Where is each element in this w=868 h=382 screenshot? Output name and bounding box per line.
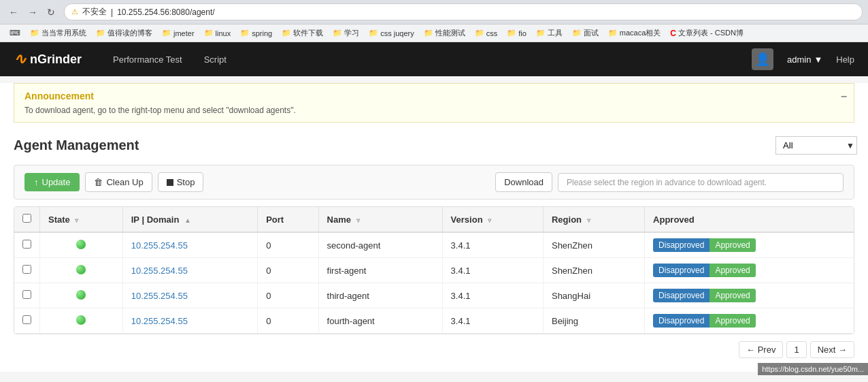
nav-script[interactable]: Script xyxy=(193,44,237,75)
navbar-links: Performance Test Script xyxy=(102,44,752,75)
approve-button-0[interactable]: Approved xyxy=(710,238,755,252)
announcement-close-button[interactable]: − xyxy=(841,91,847,103)
bookmark-3[interactable]: 📁 jmeter xyxy=(158,27,199,39)
bookmark-2[interactable]: 📁 值得读的博客 xyxy=(92,27,156,39)
bookmark-6[interactable]: 📁 软件下载 xyxy=(278,27,327,39)
bookmark-4[interactable]: 📁 linux xyxy=(200,27,235,39)
disapprove-button-0[interactable]: Disapproved xyxy=(653,238,710,252)
row-checkbox-cell xyxy=(14,308,40,334)
trash-icon: 🗑 xyxy=(94,177,103,187)
row-state xyxy=(40,232,123,258)
row-name: first-agent xyxy=(318,258,442,283)
approve-button-1[interactable]: Approved xyxy=(710,264,755,277)
status-active-icon xyxy=(76,265,86,274)
approve-button-3[interactable]: Approved xyxy=(710,314,755,328)
dropdown-chevron-icon: ▼ xyxy=(814,54,822,65)
stop-button[interactable]: Stop xyxy=(158,172,204,192)
prev-page-button[interactable]: ← Prev xyxy=(739,341,783,358)
address-bar[interactable]: ⚠ 不安全 | 10.255.254.56:8080/agent/ xyxy=(64,3,863,20)
announcement-title: Announcement xyxy=(24,91,844,101)
next-page-button[interactable]: Next → xyxy=(810,341,854,358)
row-port: 0 xyxy=(258,283,318,308)
folder-icon: 📁 xyxy=(204,29,214,37)
header-port: Port xyxy=(258,207,318,232)
row-region: ShenZhen xyxy=(543,258,644,283)
disapprove-button-3[interactable]: Disapproved xyxy=(653,314,710,328)
row-state xyxy=(40,258,123,283)
bookmark-5[interactable]: 📁 spring xyxy=(236,27,276,39)
folder-icon: 📁 xyxy=(282,29,291,37)
table-row: 10.255.254.55 0 first-agent 3.4.1 ShenZh… xyxy=(14,258,854,283)
cleanup-button[interactable]: 🗑 Clean Up xyxy=(85,172,152,192)
sort-name-icon[interactable]: ▿ xyxy=(356,217,360,224)
header-checkbox-cell xyxy=(14,207,40,232)
folder-icon: 📁 xyxy=(162,29,171,37)
row-ip: 10.255.254.55 xyxy=(122,258,257,283)
row-name: third-agent xyxy=(318,283,442,308)
admin-dropdown[interactable]: admin ▼ xyxy=(787,54,822,65)
pagination: ← Prev 1 Next → xyxy=(14,341,854,358)
bookmark-8[interactable]: 📁 css juqery xyxy=(365,27,418,39)
approve-button-2[interactable]: Approved xyxy=(710,289,755,302)
folder-icon: 📁 xyxy=(30,29,39,37)
apps-icon: ⌨ xyxy=(10,29,20,37)
bookmark-10[interactable]: 📁 css xyxy=(471,27,502,39)
nav-performance-test[interactable]: Performance Test xyxy=(102,44,193,75)
row-checkbox-cell xyxy=(14,232,40,258)
sort-version-icon[interactable]: ▿ xyxy=(488,217,491,224)
sort-state-icon[interactable]: ▿ xyxy=(75,217,78,224)
ip-link-0[interactable]: 10.255.254.55 xyxy=(131,240,188,251)
row-approved: Disapproved Approved xyxy=(645,258,854,283)
ip-link-2[interactable]: 10.255.254.55 xyxy=(131,291,188,301)
row-version: 3.4.1 xyxy=(442,258,543,283)
bookmark-14[interactable]: 📁 macaca相关 xyxy=(604,27,665,39)
folder-icon: 📁 xyxy=(608,29,618,37)
region-select[interactable]: All ShenZhen ShangHai Beijing xyxy=(775,136,857,155)
forward-button[interactable]: → xyxy=(24,5,41,19)
sort-ip-icon[interactable]: ▲ xyxy=(184,217,191,224)
row-checkbox-2[interactable] xyxy=(22,290,31,299)
row-checkbox-3[interactable] xyxy=(22,315,31,324)
bookmark-apps[interactable]: ⌨ xyxy=(5,27,24,39)
header-ip: IP | Domain ▲ xyxy=(122,207,257,232)
folder-icon: 📁 xyxy=(507,29,516,37)
agent-table: State ▿ IP | Domain ▲ Port Name ▿ xyxy=(14,207,854,334)
bookmark-12[interactable]: 📁 工具 xyxy=(532,27,567,39)
page-header: Agent Management All ShenZhen ShangHai B… xyxy=(14,136,854,155)
download-button[interactable]: Download xyxy=(495,172,552,192)
row-checkbox-0[interactable] xyxy=(22,240,31,249)
ip-link-1[interactable]: 10.255.254.55 xyxy=(131,266,188,276)
sort-region-icon[interactable]: ▿ xyxy=(587,217,590,224)
refresh-button[interactable]: ↻ xyxy=(44,5,59,19)
help-link[interactable]: Help xyxy=(836,54,854,65)
ip-link-3[interactable]: 10.255.254.55 xyxy=(131,316,188,326)
bookmark-1[interactable]: 📁 当当常用系统 xyxy=(26,27,90,39)
folder-icon: 📁 xyxy=(369,29,378,37)
row-port: 0 xyxy=(258,308,318,334)
update-button[interactable]: ↑ Update xyxy=(24,173,80,191)
lock-icon: ⚠ xyxy=(71,7,78,16)
disapprove-button-1[interactable]: Disapproved xyxy=(653,264,710,277)
bookmark-csdn[interactable]: C 文章列表 - CSDN博 xyxy=(666,27,748,39)
bookmark-7[interactable]: 📁 学习 xyxy=(329,27,363,39)
row-ip: 10.255.254.55 xyxy=(122,308,257,334)
header-version: Version ▿ xyxy=(442,207,543,232)
row-checkbox-cell xyxy=(14,283,40,308)
address-url: 10.255.254.56:8080/agent/ xyxy=(117,7,214,17)
bookmark-13[interactable]: 📁 面试 xyxy=(568,27,603,39)
row-checkbox-1[interactable] xyxy=(22,265,31,274)
row-checkbox-cell xyxy=(14,258,40,283)
status-active-icon xyxy=(76,240,86,249)
approved-group-1: Disapproved Approved xyxy=(653,264,846,277)
bookmark-11[interactable]: 📁 fio xyxy=(503,27,531,39)
row-approved: Disapproved Approved xyxy=(645,232,854,258)
select-all-checkbox[interactable] xyxy=(22,214,31,223)
row-state xyxy=(40,308,123,334)
table-row: 10.255.254.55 0 fourth-agent 3.4.1 Beiji… xyxy=(14,308,854,334)
bookmark-9[interactable]: 📁 性能测试 xyxy=(420,27,469,39)
row-approved: Disapproved Approved xyxy=(645,283,854,308)
current-page: 1 xyxy=(786,341,806,358)
approved-group-2: Disapproved Approved xyxy=(653,289,846,302)
back-button[interactable]: ← xyxy=(5,5,22,19)
disapprove-button-2[interactable]: Disapproved xyxy=(653,289,710,302)
